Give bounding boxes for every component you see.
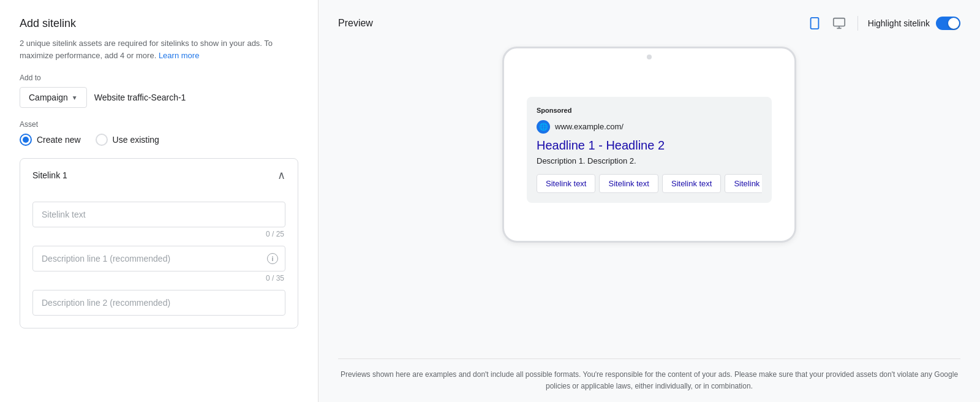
vertical-divider (858, 16, 858, 31)
preview-controls: Highlight sitelink (806, 15, 960, 32)
svg-rect-2 (834, 18, 845, 26)
chevron-up-icon: ∧ (277, 169, 285, 182)
preview-title: Preview (338, 18, 373, 29)
asset-label: Asset (20, 120, 298, 129)
sitelink-chip-2: Sitelink text (599, 174, 658, 193)
sitelink-card: Sitelink 1 ∧ 0 / 25 i 0 / 35 (20, 158, 298, 328)
sitelink-header[interactable]: Sitelink 1 ∧ (20, 159, 298, 192)
ad-description: Description 1. Description 2. (537, 156, 762, 165)
ad-url-row: 🌐 www.example.com/ (537, 120, 762, 134)
panel-title: Add sitelink (20, 17, 298, 30)
sitelink-chip-1: Sitelink text (537, 174, 595, 193)
panel-description: 2 unique sitelink assets are required fo… (20, 37, 298, 61)
radio-group: Create new Use existing (20, 134, 298, 146)
radio-use-existing[interactable]: Use existing (96, 134, 159, 146)
sitelink-body: 0 / 25 i 0 / 35 (20, 192, 298, 328)
tablet-frame: Sponsored 🌐 www.example.com/ Headline 1 … (502, 47, 796, 243)
campaign-dropdown[interactable]: Campaign ▼ (20, 87, 87, 108)
desc1-wrapper: i (32, 246, 285, 271)
left-panel: Add sitelink 2 unique sitelink assets ar… (0, 0, 318, 402)
ad-url: www.example.com/ (555, 122, 624, 131)
desc1-count: 0 / 35 (32, 274, 285, 283)
asset-section: Asset Create new Use existing (20, 120, 298, 146)
ad-sponsored: Sponsored (537, 107, 762, 114)
mobile-icon[interactable] (806, 15, 823, 32)
device-icons (806, 15, 848, 32)
campaign-name: Website traffic-Search-1 (94, 93, 186, 102)
chevron-down-icon: ▼ (72, 94, 78, 101)
highlight-toggle[interactable] (936, 17, 960, 30)
right-panel: Preview Highli (318, 0, 980, 402)
device-mockup-area: Sponsored 🌐 www.example.com/ Headline 1 … (338, 47, 960, 358)
sitelinks-row: Sitelink text Sitelink text Sitelink tex… (537, 174, 762, 193)
desktop-icon[interactable] (831, 15, 848, 32)
ad-headline: Headline 1 - Headline 2 (537, 138, 762, 153)
sitelink-chip-3: Sitelink text (662, 174, 721, 193)
desc1-info-icon[interactable]: i (267, 253, 278, 264)
sitelink-text-input[interactable] (32, 202, 285, 227)
highlight-sitelink-row: Highlight sitelink (868, 17, 960, 30)
desc2-wrapper (32, 290, 285, 316)
radio-create-new[interactable]: Create new (20, 134, 81, 146)
radio-circle-create (20, 134, 32, 146)
add-to-label: Add to (20, 74, 298, 82)
learn-more-link[interactable]: Learn more (159, 51, 199, 60)
sitelink-text-count: 0 / 25 (32, 230, 285, 238)
tablet-camera (647, 55, 652, 59)
add-to-row: Campaign ▼ Website traffic-Search-1 (20, 87, 298, 108)
globe-icon: 🌐 (537, 120, 550, 134)
sitelink-text-wrapper (32, 202, 285, 227)
preview-footer: Previews shown here are examples and don… (338, 358, 960, 402)
desc1-input[interactable] (32, 246, 285, 271)
sitelink-chip-4: Sitelink te (725, 174, 762, 193)
radio-circle-existing (96, 134, 108, 146)
preview-header: Preview Highli (338, 15, 960, 32)
desc2-input[interactable] (32, 290, 285, 316)
ad-preview: Sponsored 🌐 www.example.com/ Headline 1 … (527, 97, 772, 203)
